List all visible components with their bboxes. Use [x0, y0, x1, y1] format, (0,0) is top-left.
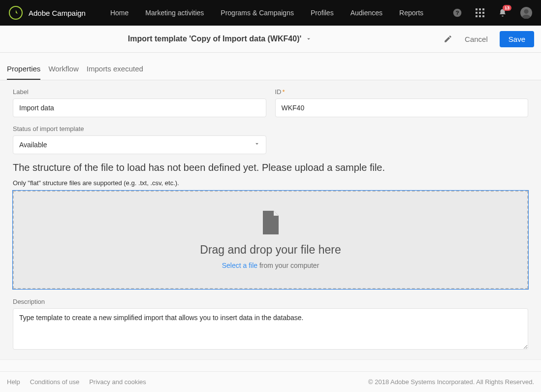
file-icon	[261, 211, 281, 236]
footer-help[interactable]: Help	[7, 378, 20, 386]
notifications-icon[interactable]: 13	[498, 8, 508, 18]
file-format-helper: Only "flat" structure files are supporte…	[13, 179, 528, 187]
footer-copyright: © 2018 Adobe Systems Incorporated. All R…	[368, 378, 534, 386]
nav-home[interactable]: Home	[110, 9, 128, 17]
status-field-wrap: Status of import template Available	[13, 125, 266, 154]
save-button[interactable]: Save	[500, 31, 534, 47]
help-icon[interactable]: ?	[452, 8, 462, 18]
dropzone-title: Drag and drop your file here	[200, 243, 341, 257]
nav-icons: ? 13	[452, 7, 532, 19]
description-field-label: Description	[13, 298, 528, 305]
edit-button[interactable]	[440, 31, 456, 47]
svg-point-2	[524, 9, 528, 14]
nav-profiles[interactable]: Profiles	[311, 9, 334, 17]
id-input[interactable]	[275, 98, 529, 117]
status-select[interactable]: Available	[13, 135, 266, 154]
nav-reports[interactable]: Reports	[399, 9, 423, 17]
top-nav: Adobe Campaign Home Marketing activities…	[0, 0, 541, 26]
tab-imports-executed[interactable]: Imports executed	[87, 65, 143, 80]
chevron-down-icon[interactable]	[305, 35, 312, 42]
tabs: Properties Workflow Imports executed	[0, 53, 541, 80]
tab-properties[interactable]: Properties	[7, 65, 40, 80]
svg-text:?: ?	[455, 9, 459, 16]
description-textarea[interactable]	[13, 308, 528, 350]
nav-audiences[interactable]: Audiences	[350, 9, 382, 17]
page-title: Import template 'Copy of Import data (WK…	[128, 34, 302, 43]
footer-privacy[interactable]: Privacy and cookies	[89, 378, 146, 386]
label-field-label: Label	[13, 88, 266, 96]
subheader: Import template 'Copy of Import data (WK…	[0, 26, 541, 53]
nav-marketing-activities[interactable]: Marketing activities	[145, 9, 204, 17]
file-structure-helper: The structure of the file to load has no…	[13, 162, 528, 173]
description-field-wrap: Description	[13, 298, 528, 350]
label-field-wrap: Label	[13, 88, 266, 117]
nav-programs-campaigns[interactable]: Programs & Campaigns	[221, 9, 294, 17]
apps-icon[interactable]	[475, 8, 485, 18]
notification-badge: 13	[503, 5, 511, 11]
cancel-button[interactable]: Cancel	[465, 35, 488, 43]
status-field-label: Status of import template	[13, 125, 266, 132]
label-input[interactable]	[13, 98, 266, 117]
footer-conditions[interactable]: Conditions of use	[30, 378, 79, 386]
select-file-link[interactable]: Select a file	[222, 261, 257, 269]
id-field-label: ID*	[275, 88, 529, 96]
file-dropzone[interactable]: Drag and drop your file here Select a fi…	[13, 191, 528, 289]
tab-workflow[interactable]: Workflow	[48, 65, 78, 80]
avatar[interactable]	[520, 7, 532, 19]
brand-logo	[9, 6, 23, 20]
dropzone-subtitle: Select a file from your computer	[222, 261, 319, 269]
footer: Help Conditions of use Privacy and cooki…	[0, 371, 541, 392]
properties-panel: Label ID* Status of import template Avai…	[0, 80, 541, 360]
nav-links: Home Marketing activities Programs & Cam…	[110, 9, 423, 17]
brand-name: Adobe Campaign	[29, 9, 86, 17]
id-field-wrap: ID*	[275, 88, 529, 117]
